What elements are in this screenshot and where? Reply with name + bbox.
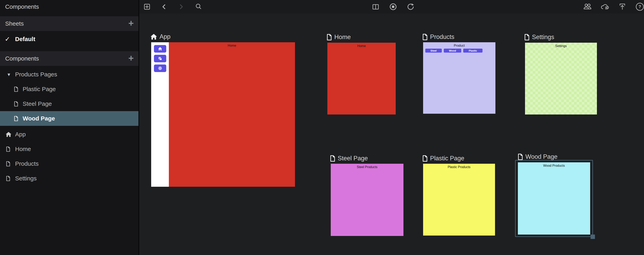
share-upload-button[interactable] bbox=[618, 2, 627, 11]
file-icon bbox=[422, 155, 428, 162]
file-icon bbox=[14, 101, 18, 107]
component-title-app[interactable]: App bbox=[150, 32, 170, 41]
component-title-products[interactable]: Products bbox=[422, 32, 454, 41]
selection-frame: Wood Products bbox=[515, 160, 593, 237]
caret-down-icon: ▾ bbox=[8, 71, 10, 78]
tree-item-plastic-page[interactable]: Plastic Page bbox=[0, 82, 138, 96]
stop-button[interactable] bbox=[389, 2, 398, 11]
file-icon bbox=[326, 34, 332, 40]
component-canvas-steel-page[interactable]: Steel Products bbox=[331, 164, 404, 236]
sheets-section-header: Sheets + bbox=[0, 16, 138, 31]
chevron-right-icon bbox=[177, 3, 185, 11]
home-icon bbox=[6, 132, 12, 137]
component-title-text: Steel Page bbox=[338, 155, 368, 162]
history-back-button[interactable] bbox=[160, 2, 168, 11]
component-title-steel-page[interactable]: Steel Page bbox=[330, 154, 368, 163]
component-title-text: Plastic Page bbox=[430, 155, 464, 162]
sidebar-item-label: Home bbox=[0, 146, 31, 152]
page-heading: Product bbox=[423, 42, 496, 47]
home-icon bbox=[158, 47, 162, 51]
help-icon: ? bbox=[636, 3, 644, 11]
app-nav-settings-button[interactable] bbox=[154, 64, 166, 72]
page-heading: Home bbox=[327, 43, 396, 48]
tree-item-steel-page[interactable]: Steel Page bbox=[0, 96, 138, 111]
resize-handle[interactable] bbox=[590, 235, 595, 239]
sidebar-item-label: Settings bbox=[0, 175, 36, 182]
refresh-button[interactable] bbox=[406, 2, 415, 11]
steel-button[interactable]: Steel bbox=[425, 49, 442, 53]
sidebar-item-products[interactable]: Products bbox=[0, 156, 138, 171]
app-nav-rail bbox=[151, 42, 169, 187]
refresh-icon bbox=[406, 3, 414, 11]
page-heading: Home bbox=[169, 42, 295, 47]
share-upload-icon bbox=[618, 3, 626, 11]
sidebar-item-home[interactable]: Home bbox=[0, 142, 138, 156]
add-sheet-button[interactable]: + bbox=[128, 19, 134, 28]
sheet-item-default[interactable]: ✓ Default bbox=[0, 32, 138, 46]
pages-icon bbox=[158, 56, 162, 60]
gear-icon bbox=[158, 66, 162, 70]
page-heading: Wood Products bbox=[518, 162, 590, 168]
sidebar: Components Sheets + ✓ Default Components… bbox=[0, 0, 139, 255]
tree-item-wood-page[interactable]: Wood Page bbox=[0, 111, 138, 126]
file-icon bbox=[422, 34, 428, 40]
chevron-left-icon bbox=[160, 3, 168, 11]
page-heading: Steel Products bbox=[331, 164, 404, 169]
split-view-icon bbox=[372, 3, 380, 11]
stop-icon bbox=[389, 3, 397, 11]
file-icon bbox=[6, 161, 10, 167]
add-component-button[interactable]: + bbox=[128, 54, 134, 63]
sidebar-item-app[interactable]: App bbox=[0, 127, 138, 142]
app-page-body: Home bbox=[169, 42, 295, 187]
app-nav-pages-button[interactable] bbox=[154, 55, 166, 62]
product-button-row: Steel Wood Plastic bbox=[423, 49, 496, 53]
component-canvas-plastic-page[interactable]: Plastic Products bbox=[423, 164, 495, 236]
components-section-header: Components + bbox=[0, 51, 138, 66]
file-icon bbox=[6, 176, 10, 181]
component-title-text: Wood Page bbox=[526, 153, 558, 160]
file-icon bbox=[14, 116, 18, 121]
component-title-home[interactable]: Home bbox=[326, 33, 351, 41]
app-nav-home-button[interactable] bbox=[154, 45, 166, 53]
file-icon bbox=[518, 154, 523, 160]
page-heading: Plastic Products bbox=[423, 164, 495, 169]
component-canvas-app[interactable]: Home bbox=[151, 42, 295, 187]
tree-group-products-pages[interactable]: ▾ Products Pages bbox=[0, 67, 138, 82]
component-title-text: Settings bbox=[532, 33, 554, 41]
help-button[interactable]: ? bbox=[636, 2, 644, 11]
component-canvas-settings[interactable]: Settings bbox=[525, 43, 597, 114]
add-frame-icon bbox=[143, 3, 151, 11]
help-glyph: ? bbox=[638, 4, 641, 9]
cloud-sync-button[interactable] bbox=[600, 2, 609, 11]
component-title-text: Products bbox=[430, 33, 454, 40]
file-icon bbox=[524, 34, 530, 40]
collaborators-icon bbox=[584, 3, 592, 11]
file-icon bbox=[14, 86, 18, 92]
collaborators-button[interactable] bbox=[583, 2, 592, 11]
check-icon: ✓ bbox=[5, 35, 10, 43]
page-heading: Settings bbox=[525, 43, 597, 48]
sidebar-item-label: App bbox=[0, 131, 26, 138]
add-frame-button[interactable] bbox=[143, 2, 151, 11]
component-canvas-products[interactable]: Product Steel Wood Plastic bbox=[423, 42, 496, 114]
component-canvas-wood-page[interactable]: Wood Products bbox=[518, 162, 590, 235]
cloud-sync-icon bbox=[600, 3, 609, 11]
history-forward-button[interactable] bbox=[177, 2, 186, 11]
component-title-settings[interactable]: Settings bbox=[524, 33, 554, 41]
tree-item-label: Wood Page bbox=[0, 115, 55, 122]
file-icon bbox=[6, 146, 10, 152]
component-canvas-home[interactable]: Home bbox=[327, 43, 396, 114]
components-section-label: Components bbox=[5, 55, 39, 62]
search-button[interactable] bbox=[194, 2, 203, 11]
plastic-button[interactable]: Plastic bbox=[463, 49, 482, 53]
home-icon bbox=[150, 34, 157, 40]
component-title-plastic-page[interactable]: Plastic Page bbox=[422, 154, 464, 163]
component-title-text: Home bbox=[334, 33, 351, 41]
tree-item-label: Steel Page bbox=[0, 100, 52, 107]
split-view-button[interactable] bbox=[371, 2, 380, 11]
search-icon bbox=[195, 3, 202, 11]
component-title-text: App bbox=[160, 33, 170, 40]
sidebar-item-settings[interactable]: Settings bbox=[0, 171, 138, 186]
sheets-section-label: Sheets bbox=[5, 20, 24, 27]
wood-button[interactable]: Wood bbox=[444, 49, 461, 53]
